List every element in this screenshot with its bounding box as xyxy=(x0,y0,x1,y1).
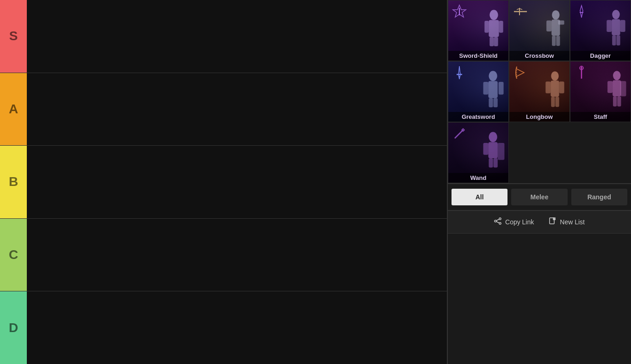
svg-rect-7 xyxy=(494,37,498,46)
weapon-card-wand[interactable]: Wand xyxy=(448,122,509,183)
svg-rect-38 xyxy=(555,97,559,107)
weapon-character-greatsword xyxy=(481,70,507,111)
tier-row-c: C xyxy=(0,219,447,292)
weapon-icon-staff xyxy=(574,65,591,82)
weapon-icon-sword-shield xyxy=(452,4,469,21)
tier-row-d: D xyxy=(0,291,447,364)
svg-rect-20 xyxy=(620,20,625,32)
weapon-card-crossbow[interactable]: Crossbow xyxy=(509,0,570,61)
svg-point-59 xyxy=(499,222,501,224)
svg-rect-11 xyxy=(546,20,551,31)
svg-rect-29 xyxy=(499,82,504,95)
tier-content-b[interactable] xyxy=(27,146,447,218)
svg-rect-52 xyxy=(489,142,498,158)
sidebar: Sword-Shield Crossbow Dagger xyxy=(448,0,631,364)
new-list-button[interactable]: New List xyxy=(549,217,585,227)
weapon-card-dagger[interactable]: Dagger xyxy=(570,0,631,61)
tier-row-a: A xyxy=(0,73,447,146)
tier-label-a: A xyxy=(0,73,27,146)
svg-point-33 xyxy=(551,71,559,80)
weapon-name-crossbow: Crossbow xyxy=(509,51,569,61)
weapon-icon-longbow xyxy=(513,65,530,82)
tier-label-d: D xyxy=(0,291,27,364)
svg-rect-21 xyxy=(612,35,616,45)
svg-point-58 xyxy=(499,218,501,220)
svg-rect-30 xyxy=(489,98,493,107)
copy-link-label: Copy Link xyxy=(505,218,534,226)
svg-rect-4 xyxy=(484,21,489,33)
svg-rect-12 xyxy=(558,20,564,25)
svg-rect-53 xyxy=(483,143,489,155)
svg-rect-55 xyxy=(489,158,493,167)
weapon-icon-crossbow xyxy=(513,4,530,21)
tier-content-a[interactable] xyxy=(27,73,447,146)
tier-label-s: S xyxy=(0,0,27,73)
svg-rect-44 xyxy=(607,81,612,93)
weapon-card-staff[interactable]: Staff xyxy=(570,61,631,122)
svg-marker-15 xyxy=(580,6,583,18)
filter-all-button[interactable]: All xyxy=(452,189,507,205)
tier-content-c[interactable] xyxy=(27,219,447,291)
svg-point-9 xyxy=(552,10,560,19)
tier-label-b: B xyxy=(0,146,27,218)
svg-rect-56 xyxy=(494,158,498,167)
weapon-character-dagger xyxy=(603,9,629,50)
svg-marker-23 xyxy=(458,66,460,79)
svg-rect-34 xyxy=(551,80,559,97)
svg-rect-14 xyxy=(556,36,560,46)
weapon-card-greatsword[interactable]: Greatsword xyxy=(448,61,509,122)
weapon-icon-dagger xyxy=(574,4,591,21)
new-list-icon xyxy=(549,217,556,227)
action-bar: Copy Link New List xyxy=(448,211,631,234)
svg-rect-43 xyxy=(612,80,621,96)
svg-rect-13 xyxy=(552,36,556,46)
svg-rect-36 xyxy=(559,81,564,93)
weapon-icon-greatsword xyxy=(452,65,469,82)
svg-point-57 xyxy=(495,220,496,222)
tier-row-s: S xyxy=(0,0,447,73)
svg-line-61 xyxy=(496,222,499,223)
copy-link-button[interactable]: Copy Link xyxy=(494,217,534,227)
svg-rect-19 xyxy=(606,20,612,32)
weapon-name-sword-shield: Sword-Shield xyxy=(448,51,508,61)
weapon-character-longbow xyxy=(542,70,568,111)
svg-rect-5 xyxy=(499,21,503,33)
svg-rect-3 xyxy=(489,20,499,37)
weapon-name-longbow: Longbow xyxy=(509,112,569,122)
weapon-card-sword-shield[interactable]: Sword-Shield xyxy=(448,0,509,61)
svg-point-50 xyxy=(462,129,464,131)
svg-rect-46 xyxy=(613,96,617,106)
weapon-character-sword-shield xyxy=(481,9,507,50)
svg-line-60 xyxy=(496,219,499,221)
weapon-grid: Sword-Shield Crossbow Dagger xyxy=(448,0,631,184)
tier-label-c: C xyxy=(0,219,27,291)
tier-content-s[interactable] xyxy=(27,0,447,73)
svg-point-17 xyxy=(612,10,620,19)
svg-rect-47 xyxy=(617,96,621,106)
svg-point-26 xyxy=(489,71,497,81)
weapon-card-longbow[interactable]: Longbow xyxy=(509,61,570,122)
new-list-label: New List xyxy=(560,218,585,226)
svg-rect-37 xyxy=(551,97,555,107)
svg-rect-31 xyxy=(494,98,498,107)
svg-rect-54 xyxy=(498,143,505,160)
svg-rect-22 xyxy=(616,35,620,45)
filter-ranged-button[interactable]: Ranged xyxy=(571,189,627,205)
tier-list: S A B C D xyxy=(0,0,448,364)
tier-content-d[interactable] xyxy=(27,291,447,364)
svg-rect-45 xyxy=(620,81,626,96)
svg-rect-6 xyxy=(489,37,494,46)
filter-bar: All Melee Ranged xyxy=(448,184,631,211)
weapon-character-staff xyxy=(603,70,629,111)
svg-point-42 xyxy=(613,71,621,80)
svg-rect-35 xyxy=(545,81,551,93)
weapon-name-staff: Staff xyxy=(570,112,631,122)
weapon-name-dagger: Dagger xyxy=(570,51,631,61)
svg-rect-28 xyxy=(483,82,489,95)
svg-point-51 xyxy=(489,132,497,142)
svg-line-48 xyxy=(455,130,463,138)
weapon-icon-wand xyxy=(452,126,469,143)
weapon-character-crossbow xyxy=(542,9,568,50)
svg-rect-27 xyxy=(489,81,498,98)
filter-melee-button[interactable]: Melee xyxy=(511,189,567,205)
